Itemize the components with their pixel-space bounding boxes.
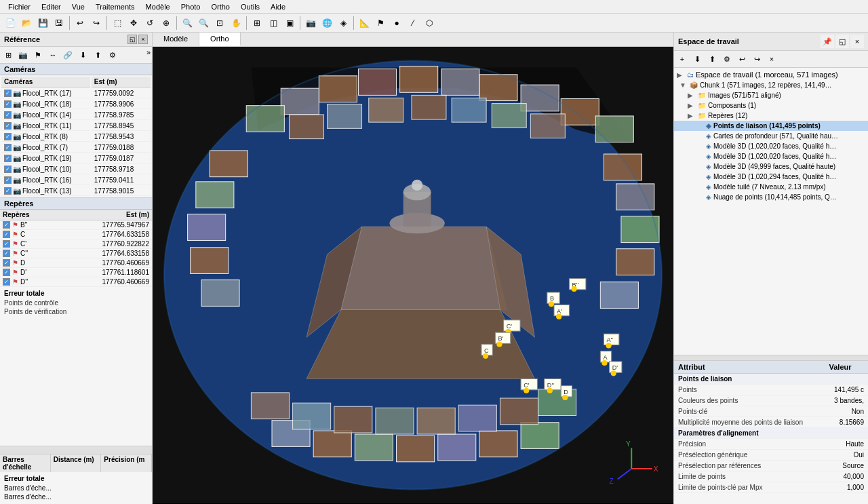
cam-checkbox[interactable]: ✓	[4, 144, 12, 151]
ref-btn-4[interactable]: ↔	[46, 48, 60, 62]
ws-btn-pin[interactable]: 📌	[821, 35, 834, 48]
ref-btn-6[interactable]: ⬇	[76, 48, 90, 62]
toolbar-move[interactable]: ✥	[126, 16, 141, 31]
repere-row[interactable]: ✓ ⚑ D'' 177760.460669	[0, 277, 152, 287]
menu-outils[interactable]: Outils	[235, 1, 265, 12]
menu-modele[interactable]: Modèle	[140, 1, 176, 12]
ref-btn-5[interactable]: 🔗	[61, 48, 75, 62]
ws-export[interactable]: ⬆	[705, 52, 719, 66]
rep-checkbox[interactable]: ✓	[3, 240, 10, 248]
toolbar-view1[interactable]: ◫	[266, 16, 281, 31]
panel-float[interactable]: ◱	[127, 35, 137, 44]
toolbar-flag[interactable]: ⚑	[373, 16, 388, 31]
camera-row[interactable]: ✓ 📷 Flocol_RTK (19) 177759.0187	[1, 154, 151, 163]
camera-row[interactable]: ✓ 📷 Flocol_RTK (8) 177758.9543	[1, 132, 151, 142]
toolbar-scale[interactable]: ⊕	[159, 16, 174, 31]
toolbar-pan[interactable]: ✋	[229, 16, 243, 31]
menu-editer[interactable]: Editer	[36, 1, 66, 12]
toolbar-new[interactable]: 📄	[3, 16, 18, 31]
workspace-tree[interactable]: ▶ 🗂 Espace de travail (1 morceau, 571 im…	[674, 68, 868, 355]
tree-expand-root[interactable]: ▶	[677, 71, 685, 79]
viewport-canvas[interactable]: B'' B A' C' B'	[153, 47, 673, 503]
tree-item[interactable]: ◈ Nuage de points (10,414,485 points, Qu…	[674, 192, 868, 202]
tree-item[interactable]: ◈ Points de liaison (141,495 points)	[674, 121, 868, 131]
toolbar-save2[interactable]: 🖫	[52, 16, 66, 31]
camera-row[interactable]: ✓ 📷 Flocol_RTK (10) 177758.9718	[1, 165, 151, 174]
toolbar-select[interactable]: ⬚	[110, 16, 125, 31]
toolbar-point[interactable]: ●	[389, 16, 404, 31]
tree-item[interactable]: ◈ Modèle 3D (1,020,294 faces, Qualité ha…	[674, 172, 868, 182]
menu-photo[interactable]: Photo	[176, 1, 206, 12]
ws-add[interactable]: +	[675, 52, 689, 66]
ws-undo[interactable]: ↩	[735, 52, 749, 66]
tree-expand[interactable]: ▶	[688, 102, 696, 109]
toolbar-zoom-in[interactable]: 🔍	[180, 16, 195, 31]
toolbar-redo[interactable]: ↪	[89, 16, 104, 31]
toolbar-zoom-fit[interactable]: ⊡	[212, 16, 227, 31]
rep-checkbox[interactable]: ✓	[3, 250, 10, 257]
menu-traitements[interactable]: Traitements	[90, 1, 140, 12]
tree-expand-chunk[interactable]: ▼	[679, 81, 688, 89]
h-scrollbar[interactable]	[0, 446, 152, 454]
camera-row[interactable]: ✓ 📷 Flocol_RTK (13) 177758.9015	[1, 187, 151, 196]
toolbar-undo[interactable]: ↩	[73, 16, 87, 31]
cam-checkbox[interactable]: ✓	[4, 187, 12, 195]
cam-checkbox[interactable]: ✓	[4, 155, 12, 162]
cam-checkbox[interactable]: ✓	[4, 166, 12, 173]
ws-btn-float[interactable]: ◱	[835, 35, 849, 48]
toolbar-line[interactable]: ⁄	[406, 16, 420, 31]
toolbar-3d[interactable]: 🌐	[319, 16, 334, 31]
repere-row[interactable]: ✓ ⚑ C' 177760.922822	[0, 239, 152, 249]
rep-checkbox[interactable]: ✓	[3, 269, 10, 276]
ref-btn-7[interactable]: ⬆	[91, 48, 104, 62]
ws-import[interactable]: ⬇	[690, 52, 704, 66]
tree-expand[interactable]: ▶	[688, 92, 696, 99]
ws-close[interactable]: ×	[765, 52, 778, 66]
toolbar-mesh[interactable]: ◈	[336, 16, 351, 31]
toolbar-rotate[interactable]: ↺	[142, 16, 157, 31]
cam-checkbox[interactable]: ✓	[4, 90, 12, 97]
tab-ortho[interactable]: Ortho	[199, 33, 241, 46]
repere-row[interactable]: ✓ ⚑ D' 177761.118601	[0, 268, 152, 277]
tab-modele[interactable]: Modèle	[153, 33, 199, 46]
camera-row[interactable]: ✓ 📷 Flocol_RTK (7) 177759.0188	[1, 143, 151, 153]
tree-root[interactable]: ▶ 🗂 Espace de travail (1 morceau, 571 im…	[674, 69, 868, 80]
menu-vue[interactable]: Vue	[66, 1, 90, 12]
tree-item[interactable]: ▶ 📁 Repères (12)	[674, 111, 868, 121]
menu-fichier[interactable]: Fichier	[3, 1, 36, 12]
repere-row[interactable]: ✓ ⚑ B'' 177765.947967	[0, 220, 152, 230]
tree-item[interactable]: ◈ Modèle tuilé (7 Niveaux, 2.13 mm/px)	[674, 182, 868, 192]
toolbar-measure[interactable]: 📐	[357, 16, 372, 31]
tree-item[interactable]: ◈ Modèle 3D (1,020,020 faces, Qualité ha…	[674, 141, 868, 151]
tree-item[interactable]: ▶ 📁 Composants (1)	[674, 100, 868, 111]
repere-row[interactable]: ✓ ⚑ C 177764.633158	[0, 230, 152, 239]
repere-row[interactable]: ✓ ⚑ D 177760.460669	[0, 258, 152, 268]
camera-row[interactable]: ✓ 📷 Flocol_RTK (17) 177759.0092	[1, 89, 151, 98]
rep-checkbox[interactable]: ✓	[3, 278, 10, 286]
cam-checkbox[interactable]: ✓	[4, 176, 12, 184]
rep-checkbox[interactable]: ✓	[3, 259, 10, 267]
cameras-scroll[interactable]: Caméras Est (m) ✓ 📷 Flocol_RTK (17) 1777…	[0, 75, 152, 197]
camera-row[interactable]: ✓ 📷 Flocol_RTK (14) 177758.9785	[1, 111, 151, 120]
toolbar-zoom-out[interactable]: 🔍	[196, 16, 211, 31]
toolbar-grid[interactable]: ⊞	[250, 16, 264, 31]
ref-btn-3[interactable]: ⚑	[31, 48, 45, 62]
tree-item[interactable]: ◈ Modèle 3D (1,020,020 faces, Qualité ha…	[674, 151, 868, 161]
toolbar-open[interactable]: 📂	[19, 16, 34, 31]
toolbar-view2[interactable]: ▣	[282, 16, 297, 31]
toolbar-camera[interactable]: 📷	[303, 16, 318, 31]
prop-scrollbar[interactable]	[674, 355, 868, 361]
menu-aide[interactable]: Aide	[265, 1, 291, 12]
ref-btn-2[interactable]: 📷	[16, 48, 30, 62]
tree-item[interactable]: ◈ Modèle 3D (49,999 faces, Qualité haute…	[674, 161, 868, 172]
ws-btn-close[interactable]: ×	[850, 35, 864, 48]
camera-row[interactable]: ✓ 📷 Flocol_RTK (18) 177758.9906	[1, 100, 151, 109]
toolbar-save[interactable]: 💾	[35, 16, 50, 31]
cam-checkbox[interactable]: ✓	[4, 100, 12, 108]
ref-btn-1[interactable]: ⊞	[1, 48, 15, 62]
repere-row[interactable]: ✓ ⚑ C'' 177764.633158	[0, 249, 152, 258]
ws-redo[interactable]: ↪	[750, 52, 764, 66]
tree-chunk1[interactable]: ▼ 📦 Chunk 1 (571 images, 12 repères, 141…	[674, 80, 868, 90]
tree-item[interactable]: ▶ 📁 Images (571/571 aligné)	[674, 90, 868, 100]
cam-checkbox[interactable]: ✓	[4, 111, 12, 119]
